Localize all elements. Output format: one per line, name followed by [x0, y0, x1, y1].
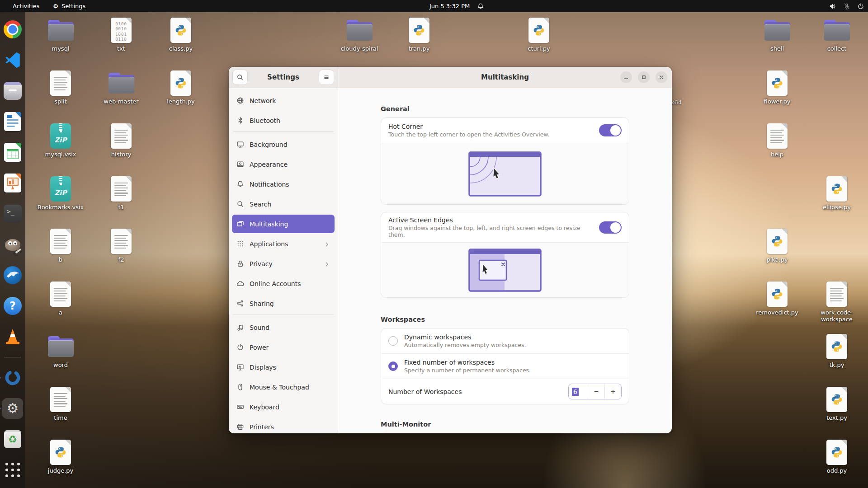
maximize-button[interactable]: [638, 71, 650, 83]
sidebar-title: Settings: [248, 73, 319, 81]
close-button[interactable]: [656, 71, 667, 83]
desktop-icon-split[interactable]: split: [33, 70, 89, 105]
dock-item-files-icon[interactable]: [2, 80, 23, 101]
dock-item-trash-icon[interactable]: ♻: [2, 429, 23, 450]
dock-item-show-applications-icon[interactable]: [2, 460, 23, 480]
dock-item-vlc-icon[interactable]: [2, 326, 23, 347]
search-button[interactable]: [232, 70, 248, 85]
app-menu[interactable]: ⚙ Settings: [53, 3, 85, 9]
desktop-icon-work-code-workspace[interactable]: work.code-workspace: [809, 281, 865, 323]
desktop-icon-length-py[interactable]: length.py: [153, 70, 209, 105]
hot-corner-subtitle: Touch the top-left corner to open the Ac…: [388, 131, 593, 138]
sidebar-item-sharing[interactable]: Sharing: [232, 294, 335, 313]
workspace-count-spinner[interactable]: 6 − +: [568, 384, 622, 399]
desktop-icon-word[interactable]: word: [33, 333, 89, 369]
fixed-workspaces-subtitle: Specify a number of permanent workspaces…: [404, 367, 622, 374]
sidebar-item-online-accounts[interactable]: Online Accounts: [232, 274, 335, 293]
desktop-icon-text-py[interactable]: text.py: [809, 386, 865, 422]
decrease-workspaces-button[interactable]: −: [588, 384, 604, 399]
grid9-icon: [236, 240, 244, 248]
sidebar-item-keyboard[interactable]: Keyboard: [232, 398, 335, 416]
multi-monitor-card: [381, 433, 629, 433]
sidebar-item-bluetooth[interactable]: Bluetooth: [232, 111, 335, 130]
settings-gear-icon: ⚙: [53, 3, 58, 9]
sidebar-item-appearance[interactable]: Appearance: [232, 155, 335, 174]
dock: >_?⚙♻: [0, 12, 25, 488]
folder-file-icon: [824, 17, 850, 43]
sidebar-item-applications[interactable]: Applications: [232, 235, 335, 253]
desktop-icon-mysql[interactable]: mysql: [33, 17, 89, 52]
fixed-workspaces-option[interactable]: Fixed number of workspaces Specify a num…: [381, 354, 629, 379]
sidebar-item-background[interactable]: Background: [232, 135, 335, 154]
desktop-icon-web-master[interactable]: web-master: [93, 70, 149, 105]
desktop-icon-bookmarks-vsix[interactable]: ZiPBookmarks.vsix: [33, 176, 89, 211]
desktop-icon-time[interactable]: time: [33, 386, 89, 422]
system-tray[interactable]: [829, 3, 864, 10]
sidebar-item-notifications[interactable]: Notifications: [232, 175, 335, 193]
minimize-button[interactable]: [620, 71, 632, 83]
desktop-icon-collect[interactable]: collect: [809, 17, 865, 52]
folder-file-icon: [347, 17, 373, 43]
desktop-icon-cturl-py[interactable]: cturl.py: [511, 17, 567, 52]
desktop-icon-cloudy-spiral[interactable]: cloudy-spiral: [331, 17, 387, 52]
desktop-icon-f1[interactable]: f1: [93, 176, 149, 211]
desktop-icon-txt[interactable]: 0100001010010110txt: [93, 17, 149, 52]
activities-button[interactable]: Activities: [13, 3, 39, 9]
sidebar-item-search[interactable]: Search: [232, 195, 335, 213]
sidebar-item-sound[interactable]: Sound: [232, 318, 335, 337]
dock-item-blue-ring-app-icon[interactable]: [2, 367, 23, 388]
text-file-icon: [50, 386, 71, 413]
desktop-icon-help[interactable]: help: [749, 123, 805, 158]
dock-item-gimp-icon[interactable]: [2, 234, 23, 255]
desktop-icon-tk-py[interactable]: tk.py: [809, 333, 865, 369]
desktop-icon-shell[interactable]: shell: [749, 17, 805, 52]
dock-item-libreoffice-writer-icon[interactable]: [2, 111, 23, 132]
increase-workspaces-button[interactable]: +: [604, 384, 621, 399]
hot-corner-toggle[interactable]: [599, 124, 622, 136]
general-heading: General: [381, 105, 629, 113]
desktop-icon-b[interactable]: b: [33, 228, 89, 263]
dock-item-chrome-icon[interactable]: [2, 19, 23, 40]
desktop-icon-f2[interactable]: f2: [93, 228, 149, 263]
sidebar-headerbar: Settings: [229, 67, 338, 88]
settings-window: Settings NetworkBluetoothBackgroundAppea…: [229, 67, 672, 433]
dock-item-settings-gear-icon[interactable]: ⚙: [2, 398, 23, 419]
dock-item-help-icon[interactable]: ?: [2, 296, 23, 316]
workspace-count-value[interactable]: 6: [569, 384, 588, 399]
clock[interactable]: Jun 5 3:32 PM: [429, 3, 470, 9]
text-file-icon: [111, 228, 132, 254]
sidebar-item-multitasking[interactable]: Multitasking: [232, 215, 335, 233]
desktop-icon-a[interactable]: a: [33, 281, 89, 316]
display-icon: [236, 363, 244, 371]
multitasking-icon: [236, 220, 244, 228]
dynamic-workspaces-radio[interactable]: [388, 336, 398, 346]
desktop-icon-class-py[interactable]: class.py: [153, 17, 209, 52]
desktop-icon-pika-py[interactable]: pika.py: [749, 228, 805, 263]
dock-item-thunderbird-icon[interactable]: [2, 265, 23, 286]
dock-item-vscode-icon[interactable]: [2, 50, 23, 70]
sidebar-item-displays[interactable]: Displays: [232, 358, 335, 376]
active-edges-subtitle: Drag windows against the top, left, and …: [388, 225, 593, 238]
desktop-icon-mysql-vsix[interactable]: ZiPmysql.vsix: [33, 123, 89, 158]
dock-item-libreoffice-impress-icon[interactable]: [2, 173, 23, 193]
desktop-icon-odd-py[interactable]: odd.py: [809, 439, 865, 474]
text-file-icon: [767, 123, 788, 149]
desktop-icon-tran-py[interactable]: tran.py: [391, 17, 447, 52]
fixed-workspaces-radio[interactable]: [388, 361, 398, 371]
desktop-icon-flower-py[interactable]: flower.py: [749, 70, 805, 105]
dock-separator: [4, 357, 21, 357]
sidebar-item-printers[interactable]: Printers: [232, 418, 335, 433]
desktop-icon-history[interactable]: history: [93, 123, 149, 158]
dock-item-terminal-icon[interactable]: >_: [2, 203, 23, 224]
sidebar-item-network[interactable]: Network: [232, 91, 335, 110]
desktop-icon-judge-py[interactable]: judge.py: [33, 439, 89, 474]
menu-button[interactable]: [319, 70, 334, 85]
sidebar-item-mouse-touchpad[interactable]: Mouse & Touchpad: [232, 378, 335, 396]
sidebar-item-privacy[interactable]: Privacy: [232, 254, 335, 273]
desktop-icon-ellipse-py[interactable]: ellipse.py: [809, 176, 865, 211]
desktop-icon-removedict-py[interactable]: removedict.py: [749, 281, 805, 316]
active-edges-toggle[interactable]: [599, 221, 622, 234]
sidebar-item-power[interactable]: Power: [232, 338, 335, 357]
dynamic-workspaces-option[interactable]: Dynamic workspaces Automatically removes…: [381, 328, 629, 353]
dock-item-libreoffice-calc-icon[interactable]: [2, 142, 23, 163]
